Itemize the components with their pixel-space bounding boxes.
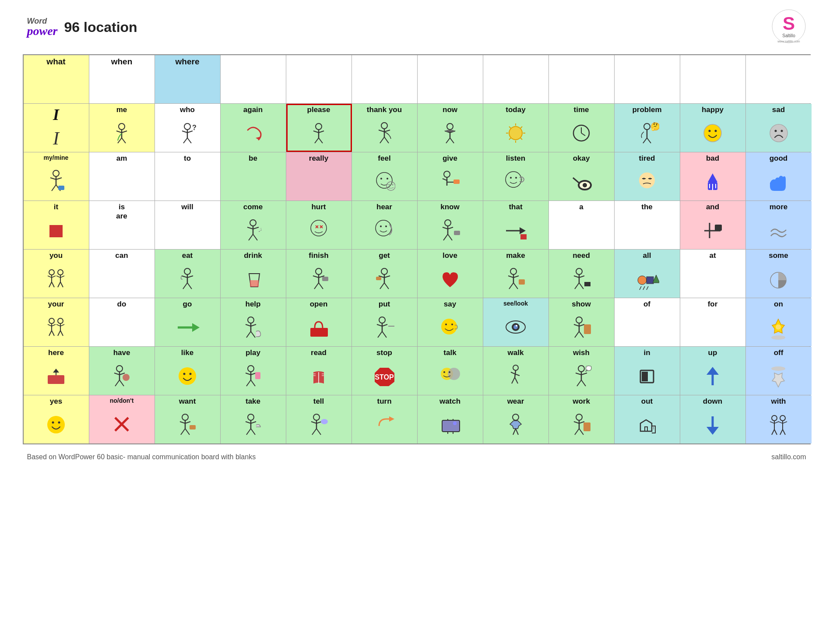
- cell-walk[interactable]: walk: [483, 347, 549, 395]
- cell-know[interactable]: know: [418, 201, 483, 249]
- cell-all[interactable]: all: [615, 250, 680, 298]
- cell-take[interactable]: take: [221, 395, 286, 443]
- cell-empty2[interactable]: [286, 55, 352, 103]
- cell-yes[interactable]: yes: [24, 395, 89, 443]
- cell-turn[interactable]: turn: [352, 395, 418, 443]
- cell-up[interactable]: up: [680, 347, 746, 395]
- cell-am[interactable]: am: [89, 152, 155, 201]
- cell-nodont[interactable]: no/don't: [89, 395, 155, 443]
- cell-bad[interactable]: bad: [680, 152, 746, 201]
- cell-finish[interactable]: finish: [286, 250, 352, 298]
- cell-please[interactable]: please: [286, 104, 352, 152]
- cell-read[interactable]: read: [286, 347, 352, 395]
- cell-when[interactable]: when: [89, 55, 155, 103]
- cell-to[interactable]: to: [155, 152, 221, 201]
- cell-stop[interactable]: stopSTOP: [352, 347, 418, 395]
- cell-time[interactable]: time: [549, 104, 615, 152]
- cell-hurt[interactable]: hurt: [286, 201, 352, 249]
- cell-mymine[interactable]: my/mine: [24, 152, 89, 201]
- cell-get[interactable]: get: [352, 250, 418, 298]
- cell-your[interactable]: your: [24, 298, 89, 346]
- cell-make[interactable]: make: [483, 250, 549, 298]
- cell-with[interactable]: with: [746, 395, 812, 443]
- cell-isare[interactable]: isare: [89, 201, 155, 249]
- cell-who[interactable]: who?: [155, 104, 221, 152]
- cell-in[interactable]: in: [615, 347, 680, 395]
- cell-of[interactable]: of: [615, 298, 680, 346]
- cell-want[interactable]: want: [155, 395, 221, 443]
- cell-for[interactable]: for: [680, 298, 746, 346]
- cell-listen[interactable]: listen: [483, 152, 549, 201]
- cell-play[interactable]: play: [221, 347, 286, 395]
- cell-okay[interactable]: okay: [549, 152, 615, 201]
- cell-icon-take: [223, 408, 283, 442]
- cell-where[interactable]: where: [155, 55, 221, 103]
- cell-tell[interactable]: tell: [286, 395, 352, 443]
- cell-it[interactable]: it: [24, 201, 89, 249]
- cell-seelook[interactable]: see/look: [483, 298, 549, 346]
- cell-empty5[interactable]: [483, 55, 549, 103]
- cell-tired[interactable]: tired: [615, 152, 680, 201]
- cell-empty1[interactable]: [221, 55, 286, 103]
- cell-empty7[interactable]: [615, 55, 680, 103]
- cell-problem[interactable]: problem🤔: [615, 104, 680, 152]
- cell-today[interactable]: today: [483, 104, 549, 152]
- cell-thankyou[interactable]: thank you: [352, 104, 418, 152]
- cell-more[interactable]: more: [746, 201, 812, 249]
- cell-I[interactable]: II: [24, 104, 89, 152]
- cell-eat[interactable]: eat: [155, 250, 221, 298]
- cell-me[interactable]: me: [89, 104, 155, 152]
- cell-on[interactable]: on: [746, 298, 812, 346]
- cell-put[interactable]: put: [352, 298, 418, 346]
- cell-some[interactable]: some: [746, 250, 812, 298]
- cell-go[interactable]: go: [155, 298, 221, 346]
- cell-give[interactable]: give: [418, 152, 483, 201]
- cell-a[interactable]: a: [549, 201, 615, 249]
- cell-happy[interactable]: happy: [680, 104, 746, 152]
- cell-again[interactable]: again: [221, 104, 286, 152]
- cell-wear[interactable]: wear: [483, 395, 549, 443]
- cell-at[interactable]: at: [680, 250, 746, 298]
- cell-empty9[interactable]: [746, 55, 812, 103]
- cell-wish[interactable]: wish💭: [549, 347, 615, 395]
- cell-really[interactable]: really: [286, 152, 352, 201]
- cell-what[interactable]: what: [24, 55, 89, 103]
- cell-drink[interactable]: drink: [221, 250, 286, 298]
- cell-work[interactable]: work: [549, 395, 615, 443]
- cell-open[interactable]: open: [286, 298, 352, 346]
- cell-you[interactable]: you: [24, 250, 89, 298]
- cell-empty6[interactable]: [549, 55, 615, 103]
- cell-show[interactable]: show: [549, 298, 615, 346]
- cell-out[interactable]: out: [615, 395, 680, 443]
- svg-point-270: [182, 414, 188, 420]
- cell-that[interactable]: that: [483, 201, 549, 249]
- cell-hear[interactable]: hear: [352, 201, 418, 249]
- cell-like[interactable]: like: [155, 347, 221, 395]
- cell-talk[interactable]: talk: [418, 347, 483, 395]
- cell-can[interactable]: can: [89, 250, 155, 298]
- cell-do[interactable]: do: [89, 298, 155, 346]
- cell-now[interactable]: now: [418, 104, 483, 152]
- cell-empty4[interactable]: [418, 55, 483, 103]
- cell-have[interactable]: have: [89, 347, 155, 395]
- cell-feel[interactable]: feel: [352, 152, 418, 201]
- cell-help[interactable]: help: [221, 298, 286, 346]
- cell-will[interactable]: will: [155, 201, 221, 249]
- cell-off[interactable]: off: [746, 347, 812, 395]
- cell-be[interactable]: be: [221, 152, 286, 201]
- cell-love[interactable]: love: [418, 250, 483, 298]
- cell-down[interactable]: down: [680, 395, 746, 443]
- cell-label-I: I: [53, 106, 59, 124]
- cell-come[interactable]: come: [221, 201, 286, 249]
- cell-empty3[interactable]: [352, 55, 418, 103]
- cell-say[interactable]: say: [418, 298, 483, 346]
- cell-good[interactable]: good: [746, 152, 812, 201]
- cell-need[interactable]: need: [549, 250, 615, 298]
- cell-here[interactable]: here: [24, 347, 89, 395]
- cell-sad[interactable]: sad: [746, 104, 812, 152]
- cell-watch[interactable]: watch: [418, 395, 483, 443]
- cell-and[interactable]: and: [680, 201, 746, 249]
- cell-icon-today: [486, 116, 546, 150]
- cell-the[interactable]: the: [615, 201, 680, 249]
- cell-empty8[interactable]: [680, 55, 746, 103]
